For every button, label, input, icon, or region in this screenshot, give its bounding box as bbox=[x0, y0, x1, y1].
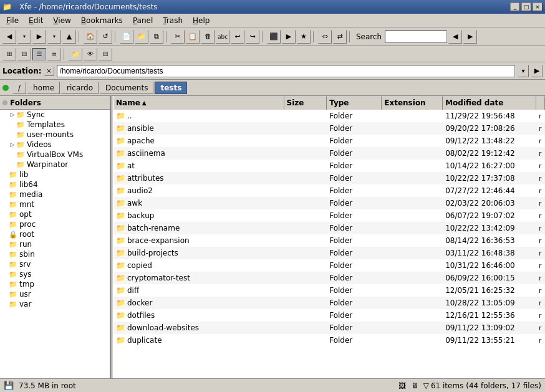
redo-button[interactable]: ↪ bbox=[246, 30, 259, 44]
col-header-modified[interactable]: Modified date bbox=[443, 96, 536, 110]
table-row[interactable]: 📁brace-expansionFolder08/14/22 16:36:53r bbox=[113, 234, 545, 247]
table-row[interactable]: 📁ansibleFolder09/20/22 17:08:26r bbox=[113, 122, 545, 135]
menu-file[interactable]: File bbox=[1, 15, 24, 26]
delete-button[interactable]: 🗑 bbox=[201, 30, 215, 44]
run-script[interactable]: ▶ bbox=[282, 30, 296, 44]
tree-item-warpinator[interactable]: 📁 Warpinator bbox=[0, 160, 110, 170]
view-toggletree[interactable]: 📁 bbox=[69, 48, 82, 60]
tree-item-var[interactable]: 📁 var bbox=[0, 299, 110, 309]
view-details[interactable]: ≡ bbox=[47, 48, 61, 60]
col-header-type[interactable]: Type bbox=[327, 96, 382, 110]
undo-button[interactable]: ↩ bbox=[231, 30, 244, 44]
table-row[interactable]: 📁duplicateFolder09/11/22 13:55:21r bbox=[113, 334, 545, 347]
refresh-button[interactable]: ↺ bbox=[99, 30, 112, 44]
table-row[interactable]: 📁download-websitesFolder09/11/22 13:09:0… bbox=[113, 322, 545, 334]
compare-button[interactable]: ⇔ bbox=[318, 30, 332, 44]
folder-sm-icon: 📁 bbox=[116, 211, 125, 220]
forward-arrow[interactable]: ▾ bbox=[47, 30, 61, 44]
tree-item-sync[interactable]: ▷ 📁 Sync bbox=[0, 110, 110, 120]
file-name-text: duplicate bbox=[127, 336, 162, 345]
tree-item-srv[interactable]: 📁 srv bbox=[0, 259, 110, 269]
table-row[interactable]: 📁cryptomator-testFolder06/09/22 16:00:15… bbox=[113, 272, 545, 284]
bookmark-button[interactable]: ★ bbox=[297, 30, 311, 44]
menu-help[interactable]: Help bbox=[188, 15, 215, 26]
back-button[interactable]: ◀ bbox=[2, 30, 16, 44]
search-next[interactable]: ▶ bbox=[463, 30, 477, 44]
table-row[interactable]: 📁atFolder10/14/22 16:27:00r bbox=[113, 160, 545, 172]
tree-item-run[interactable]: 📁 run bbox=[0, 239, 110, 249]
tree-item-usr[interactable]: 📁 usr bbox=[0, 289, 110, 299]
breadcrumb-documents[interactable]: Documents bbox=[100, 82, 153, 94]
maximize-button[interactable]: □ bbox=[521, 2, 531, 11]
folder-icon-srv: 📁 bbox=[9, 261, 17, 269]
rename-button[interactable]: abc bbox=[216, 30, 229, 44]
table-row[interactable]: 📁batch-renameFolder10/22/22 13:42:09r bbox=[113, 222, 545, 234]
table-row[interactable]: 📁build-projectsFolder03/11/22 16:48:38r bbox=[113, 247, 545, 259]
open-terminal[interactable]: ⬛ bbox=[267, 30, 281, 44]
new-folder-button[interactable]: 📁 bbox=[135, 30, 148, 44]
menu-panel[interactable]: Panel bbox=[128, 15, 158, 26]
table-row[interactable]: 📁diffFolder12/05/21 16:25:32r bbox=[113, 284, 545, 297]
tree-item-opt[interactable]: 📁 opt bbox=[0, 209, 110, 219]
tree-item-media[interactable]: 📁 media bbox=[0, 189, 110, 199]
close-button[interactable]: × bbox=[533, 2, 543, 11]
tree-item-tmp[interactable]: 📁 tmp bbox=[0, 279, 110, 289]
col-header-size[interactable]: Size bbox=[284, 96, 327, 110]
minimize-button[interactable]: _ bbox=[510, 2, 520, 11]
table-row[interactable]: 📁backupFolder06/07/22 19:07:02r bbox=[113, 209, 545, 222]
cut-button[interactable]: ✂ bbox=[171, 30, 185, 44]
tree-item-root[interactable]: 🔒 root bbox=[0, 229, 110, 239]
tree-item-videos[interactable]: ▷ 📁 Videos bbox=[0, 140, 110, 150]
table-row[interactable]: 📁copiedFolder10/31/22 16:46:00r bbox=[113, 259, 545, 272]
location-dropdown[interactable]: ▾ bbox=[518, 65, 529, 77]
location-go-button[interactable]: ▶ bbox=[531, 65, 543, 77]
location-input[interactable] bbox=[57, 65, 515, 77]
table-row[interactable]: 📁dockerFolder10/28/22 13:05:09r bbox=[113, 297, 545, 309]
view-hidden[interactable]: 👁 bbox=[84, 48, 97, 60]
breadcrumb-ricardo[interactable]: ricardo bbox=[61, 82, 99, 94]
menu-view[interactable]: View bbox=[48, 15, 75, 26]
tree-item-sbin[interactable]: 📁 sbin bbox=[0, 249, 110, 259]
menu-edit[interactable]: Edit bbox=[24, 15, 48, 26]
tree-item-virtualbox[interactable]: 📁 VirtualBox VMs bbox=[0, 150, 110, 160]
col-header-extension[interactable]: Extension bbox=[382, 96, 443, 110]
tree-item-lib64[interactable]: 📁 lib64 bbox=[0, 179, 110, 189]
up-button[interactable]: ▲ bbox=[62, 30, 76, 44]
table-row[interactable]: 📁..Folder11/29/22 19:56:48r bbox=[113, 110, 545, 122]
view-smallicons[interactable]: ⊞ bbox=[2, 48, 16, 60]
search-prev[interactable]: ◀ bbox=[448, 30, 462, 44]
file-type-cell: Folder bbox=[327, 322, 382, 334]
menu-bookmarks[interactable]: Bookmarks bbox=[76, 15, 128, 26]
breadcrumb-tests[interactable]: tests bbox=[155, 82, 187, 94]
tree-item-lib[interactable]: 📁 lib bbox=[0, 170, 110, 179]
table-row[interactable]: 📁dotfilesFolder12/16/21 12:55:36r bbox=[113, 309, 545, 322]
table-row[interactable]: 📁attributesFolder10/22/22 17:37:08r bbox=[113, 172, 545, 184]
back-arrow[interactable]: ▾ bbox=[17, 30, 31, 44]
forward-button[interactable]: ▶ bbox=[32, 30, 46, 44]
tree-item-proc[interactable]: 📁 proc bbox=[0, 219, 110, 229]
copy-button[interactable]: ⧉ bbox=[150, 30, 163, 44]
menu-trash[interactable]: Trash bbox=[158, 15, 188, 26]
file-name-cell: 📁download-websites bbox=[113, 322, 284, 334]
table-row[interactable]: 📁apacheFolder09/12/22 13:48:22r bbox=[113, 135, 545, 147]
home-button[interactable]: 🏠 bbox=[84, 30, 97, 44]
breadcrumb-home[interactable]: home bbox=[27, 82, 60, 94]
view-bigicons[interactable]: ⊟ bbox=[17, 48, 31, 60]
tree-item-templates[interactable]: 📁 Templates bbox=[0, 120, 110, 130]
tree-item-sys[interactable]: 📁 sys bbox=[0, 269, 110, 279]
col-header-name[interactable]: Name ▲ bbox=[113, 96, 284, 110]
table-row[interactable]: 📁asciinemaFolder08/02/22 19:12:42r bbox=[113, 147, 545, 160]
table-row[interactable]: 📁audio2Folder07/27/22 12:46:44r bbox=[113, 184, 545, 197]
view-columns[interactable]: ⊟ bbox=[99, 48, 112, 60]
search-input[interactable] bbox=[385, 31, 447, 43]
breadcrumb-root[interactable]: / bbox=[12, 82, 26, 94]
new-file-button[interactable]: 📄 bbox=[120, 30, 133, 44]
sync-button[interactable]: ⇄ bbox=[333, 30, 347, 44]
tree-item-user-mounts[interactable]: 📁 user-mounts bbox=[0, 130, 110, 140]
location-clear-button[interactable]: × bbox=[44, 66, 54, 76]
table-row[interactable]: 📁awkFolder02/03/22 20:06:03r bbox=[113, 197, 545, 209]
paste-button[interactable]: 📋 bbox=[186, 30, 200, 44]
view-list[interactable]: ☰ bbox=[32, 48, 46, 60]
col-header-extra[interactable] bbox=[536, 96, 545, 110]
tree-item-mnt[interactable]: 📁 mnt bbox=[0, 199, 110, 209]
